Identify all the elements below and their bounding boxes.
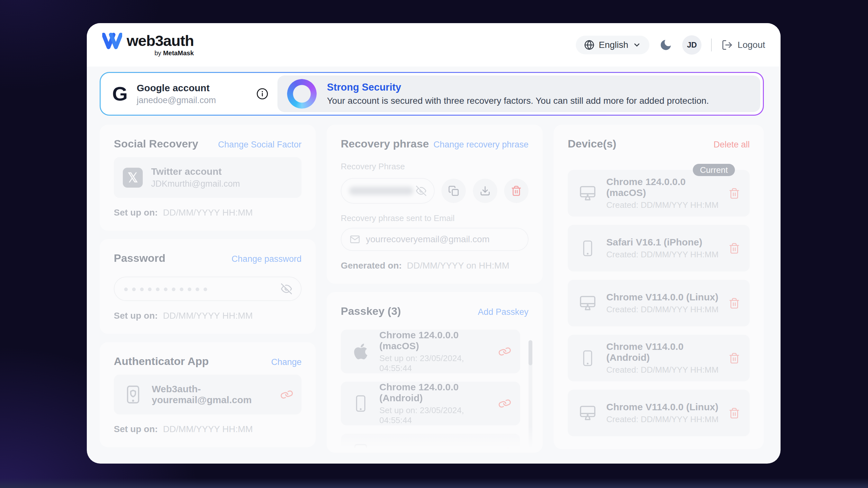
user-avatar[interactable]: JD xyxy=(682,35,702,55)
delete-device-icon[interactable] xyxy=(728,242,740,254)
language-selector[interactable]: English xyxy=(576,36,650,54)
account-email: janedoe@gmail.com xyxy=(136,95,216,105)
passkey-row: Rome 24.456.355.98 xyxy=(341,434,520,453)
recovery-phrase-title: Recovery phrase xyxy=(341,137,429,150)
eye-off-icon[interactable] xyxy=(281,283,292,294)
authenticator-title: Authenticator App xyxy=(114,355,209,367)
add-passkey-link[interactable]: Add Passkey xyxy=(478,307,528,317)
security-gauge-icon xyxy=(287,79,317,108)
password-field[interactable]: ●●●●●●●●●●● xyxy=(114,276,302,301)
setup-on-label: Set up on: xyxy=(114,424,158,434)
passkey-scrollbar[interactable] xyxy=(528,340,532,447)
device-row: Chrome V114.0.0 (Linux) Created: DD/MM/Y… xyxy=(568,280,750,326)
smartphone-icon xyxy=(578,239,598,258)
recovery-email-value: yourrecoveryemail@gmail.com xyxy=(366,234,490,245)
change-authenticator-link[interactable]: Change xyxy=(271,357,302,367)
header-divider xyxy=(711,38,712,52)
mail-icon xyxy=(350,234,360,245)
delete-all-link[interactable]: Delete all xyxy=(713,140,750,150)
security-status-banner: G Google account janedoe@gmail.com Stron… xyxy=(100,72,764,116)
delete-device-icon[interactable] xyxy=(728,408,740,419)
passkey-name: Chrome 124.0.0.0 (macOS) xyxy=(379,330,491,352)
connected-account: G Google account janedoe@gmail.com xyxy=(101,73,277,115)
device-detail: Created: DD/MM/YYY HH:MM xyxy=(606,365,720,375)
passkey-detail: Set up on: 23/05/2024, 04:55:44 xyxy=(379,405,491,425)
logout-label: Logout xyxy=(738,40,765,50)
device-row: Safari V16.1 (iPhone) Created: DD/MM/YYY… xyxy=(568,225,750,271)
passkey-name: Chrome 124.0.0.0 (Android) xyxy=(379,382,491,403)
globe-icon xyxy=(584,40,594,50)
app-window: web3auth by MetaMask English xyxy=(87,23,780,464)
device-row: Current Chrome 124.0.0.0 (macOS) Created… xyxy=(568,170,750,217)
authenticator-tile: Web3auth-youremail@gmal.com xyxy=(114,375,302,415)
device-row: Chrome V114.0.0 (Linux) Created: DD/MM/Y… xyxy=(568,390,750,436)
tablet-icon xyxy=(350,443,371,453)
link-icon[interactable] xyxy=(499,346,510,357)
device-name: Chrome V114.0.0 (Linux) xyxy=(606,401,718,413)
current-device-badge: Current xyxy=(693,164,735,176)
devices-title: Device(s) xyxy=(568,137,616,150)
devices-card: Device(s) Delete all Current xyxy=(554,125,764,449)
twitter-account-title: Twitter account xyxy=(151,166,240,177)
masked-password: ●●●●●●●●●●● xyxy=(123,285,211,293)
info-icon[interactable] xyxy=(256,88,269,100)
chevron-down-icon xyxy=(633,41,641,49)
change-password-link[interactable]: Change password xyxy=(231,254,302,264)
brand-logo: web3auth by MetaMask xyxy=(102,33,194,57)
device-name: Chrome V114.0.0 (Android) xyxy=(606,341,720,363)
trash-icon xyxy=(511,185,522,196)
delete-device-icon[interactable] xyxy=(728,352,740,364)
setup-on-value: DD/MM/YYYY HH:MM xyxy=(163,311,253,321)
twitter-account-tile: 𝕏 Twitter account JDKmurthi@gmail.com xyxy=(114,157,302,198)
scrollbar-thumb[interactable] xyxy=(528,340,532,365)
device-row: Chrome V114.0.0 (Android) Created: DD/MM… xyxy=(568,335,750,381)
security-level-description: Your account is secured with three recov… xyxy=(327,96,709,106)
generated-on-value: DD/MM/YYYY on HH:MM xyxy=(407,261,509,271)
download-phrase-button[interactable] xyxy=(473,178,497,203)
device-name: Chrome 124.0.0.0 (macOS) xyxy=(606,176,720,198)
eye-off-icon[interactable] xyxy=(416,186,426,196)
logout-button[interactable]: Logout xyxy=(721,39,765,51)
copy-phrase-button[interactable] xyxy=(441,178,466,203)
security-level-panel: Strong Security Your account is secured … xyxy=(277,75,760,112)
monitor-icon xyxy=(578,294,598,312)
link-icon[interactable] xyxy=(499,398,510,409)
recovery-phrase-field[interactable] xyxy=(341,178,435,204)
link-icon[interactable] xyxy=(499,446,510,453)
language-label: English xyxy=(599,40,628,50)
x-twitter-icon: 𝕏 xyxy=(123,168,143,188)
recovery-email-field[interactable]: yourrecoveryemail@gmail.com xyxy=(341,228,528,251)
setup-on-value: DD/MM/YYYY HH:MM xyxy=(163,424,253,434)
generated-on-label: Generated on: xyxy=(341,261,402,271)
obscured-phrase xyxy=(349,187,413,195)
logout-icon xyxy=(721,39,733,51)
monitor-icon xyxy=(578,404,598,422)
setup-on-label: Set up on: xyxy=(114,207,158,218)
google-logo-icon: G xyxy=(112,84,128,104)
unlink-icon[interactable] xyxy=(281,389,292,400)
brand-byline: by MetaMask xyxy=(154,50,193,57)
change-recovery-phrase-link[interactable]: Change recovery phrase xyxy=(433,140,528,150)
monitor-icon xyxy=(578,185,598,202)
delete-device-icon[interactable] xyxy=(728,297,740,309)
brand-name: web3auth xyxy=(127,33,194,48)
copy-icon xyxy=(448,185,459,196)
phone-shield-icon xyxy=(123,385,144,404)
passkey-card: Passkey (3) Add Passkey Chrome 124.0.0.0… xyxy=(327,292,542,453)
recovery-phrase-label: Recovery Phrase xyxy=(341,162,528,171)
dark-mode-toggle[interactable] xyxy=(659,38,673,52)
security-level-title: Strong Security xyxy=(327,82,709,93)
delete-device-icon[interactable] xyxy=(728,188,740,199)
passkey-detail: Set up on: 23/05/2024, 04:55:44 xyxy=(379,353,491,373)
change-social-factor-link[interactable]: Change Social Factor xyxy=(218,140,302,150)
device-detail: Created: DD/MM/YYY HH:MM xyxy=(606,304,718,315)
passkey-list: Chrome 124.0.0.0 (macOS) Set up on: 23/0… xyxy=(341,330,528,453)
setup-on-value: DD/MM/YYYY HH:MM xyxy=(163,207,253,218)
recovery-email-label: Recovery phrase sent to Email xyxy=(341,213,528,223)
passkey-name: Rome 24.456.355.98 xyxy=(379,446,471,453)
delete-phrase-button[interactable] xyxy=(504,178,528,203)
authenticator-card: Authenticator App Change Web3auth-yourem… xyxy=(100,342,316,447)
smartphone-icon xyxy=(578,349,598,367)
apple-icon xyxy=(350,343,371,360)
passkey-row: Chrome 124.0.0.0 (Android) Set up on: 23… xyxy=(341,382,520,425)
